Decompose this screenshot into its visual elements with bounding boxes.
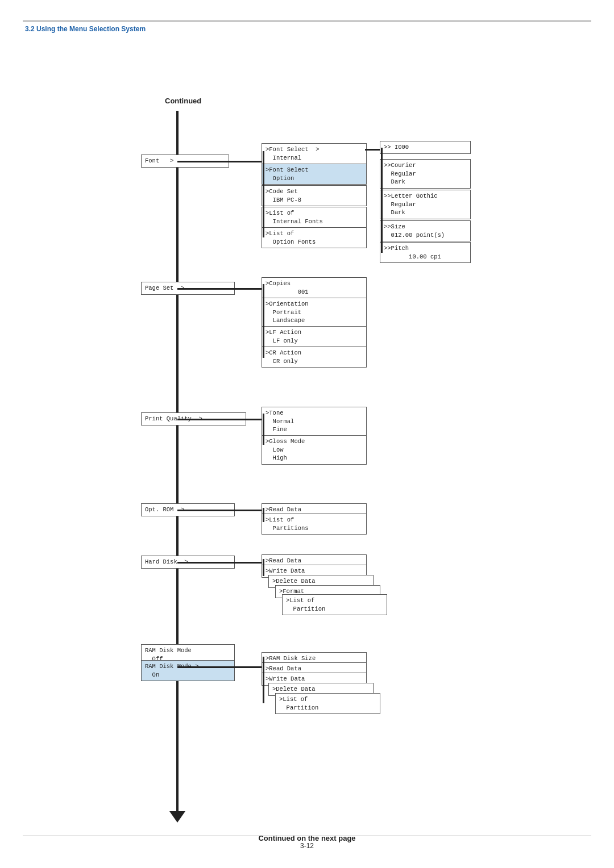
top-rule [23,20,591,22]
opt-rom-submenu-vline [263,508,264,522]
stem-arrow [169,811,185,823]
ram-disk-hline [177,666,263,668]
list-partitions-box: >List of Partitions [262,514,367,535]
size-box: >>Size 012.00 point(s) [380,220,471,241]
continued-label: Continued [165,97,201,105]
copies-box: >Copies 001 [262,277,367,298]
lf-action-box: >LF Action LF only [262,326,367,347]
continued-next-label: Continued on the next page [258,834,355,842]
i000-box: >> I000 [380,141,471,154]
font-submenu-vline [263,151,264,237]
page-set-submenu-vline [263,284,264,358]
code-set-box: >Code Set IBM PC-8 [262,185,367,206]
right-col-vline [381,148,383,253]
opt-rom-hline [177,510,263,511]
ram-disk-submenu-vline [263,657,264,703]
gloss-mode-box: >Gloss Mode Low High [262,435,367,465]
hard-disk-submenu-vline [263,559,264,576]
font-select-internal-box: >Font Select > Internal [262,143,367,164]
font-hline [177,161,263,162]
list-partition-1-box: >List of Partition [282,594,387,615]
font-select-hline [365,149,381,151]
print-quality-hline [177,419,263,420]
ram-disk-on-box: RAM Disk Mode > On [141,660,235,681]
orientation-box: >Orientation Portrait Landscape [262,298,367,327]
main-stem [176,111,179,815]
tone-box: >Tone Normal Fine [262,407,367,436]
letter-gothic-box: >>Letter Gothic Regular Dark [380,190,471,219]
print-quality-submenu-vline [263,414,264,445]
page-number: 3-12 [300,842,314,850]
font-select-option-box: >Font Select Option [262,164,367,185]
pitch-box: >>Pitch 10.00 cpi [380,242,471,263]
courier-box: >>Courier Regular Dark [380,159,471,189]
hard-disk-hline [177,562,263,564]
cr-action-box: >CR Action CR only [262,347,367,368]
list-partition-2-box: >List of Partition [275,693,380,714]
section-heading: 3.2 Using the Menu Selection System [25,25,146,33]
list-internal-box: >List of Internal Fonts [262,207,367,228]
page-set-hline [177,288,263,290]
list-option-box: >List of Option Fonts [262,227,367,248]
